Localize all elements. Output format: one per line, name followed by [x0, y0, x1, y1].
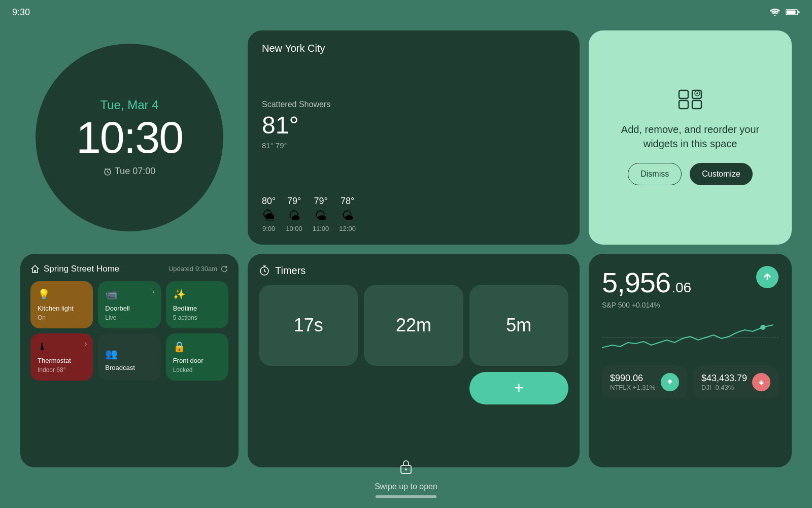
svg-rect-3 [798, 11, 800, 13]
timers-card: Timers 17s 22m 5m + [248, 254, 580, 468]
stock-ntflx-badge [661, 373, 679, 391]
forecast-temp-2: 79° [287, 196, 301, 207]
smarthome-card: Spring Street Home Updated 9:30am 💡 Kitc… [20, 254, 239, 468]
stock-item-ntflx[interactable]: $990.06 NTFLX +1.31% [602, 366, 687, 398]
forecast-item-4: 78° 🌤 12:00 [339, 196, 356, 232]
timer-add-button[interactable]: + [469, 372, 568, 404]
forecast-icon-2: 🌤 [288, 209, 300, 223]
frontdoor-sub: Locked [173, 366, 221, 374]
weather-range: 81° 79° [262, 141, 565, 150]
timer-3[interactable]: 5m [469, 285, 568, 366]
thermostat-sub: Indoor 68° [38, 366, 86, 374]
tile-thermostat[interactable]: › 🌡 Thermostat Indoor 68° [30, 333, 93, 381]
broadcast-title: Broadcast [105, 364, 153, 371]
forecast-icon-3: 🌤 [315, 209, 327, 223]
promo-buttons: Dismiss Customize [628, 163, 753, 185]
stock-dji-name: DJI -0.43% [701, 384, 747, 391]
arrow-up-icon [762, 272, 772, 282]
smarthome-title: Spring Street Home [30, 264, 119, 274]
swipe-bar [376, 495, 436, 498]
bedtime-title: Bedtime [173, 304, 221, 312]
timers-grid: 17s 22m 5m + [259, 285, 568, 404]
frontdoor-title: Front door [173, 357, 221, 364]
lock-icon [399, 458, 413, 478]
tile-frontdoor[interactable]: 🔒 Front door Locked [166, 333, 228, 381]
svg-rect-7 [679, 100, 688, 109]
stock-ntflx-info: $990.06 NTFLX +1.31% [610, 373, 655, 391]
svg-point-13 [760, 325, 765, 330]
timer-1[interactable]: 17s [259, 285, 358, 366]
weather-main: Scattered Showers 81° 81° 79° [262, 100, 565, 150]
weather-forecast: 80° 🌦 9:00 79° 🌤 10:00 79° 🌤 11:00 78° 🌤… [262, 196, 565, 232]
forecast-time-3: 11:00 [313, 225, 329, 232]
doorbell-sub: Live [105, 314, 153, 321]
bedtime-icon: ✨ [173, 288, 221, 300]
home-icon [30, 264, 40, 274]
timers-header: Timers [259, 265, 568, 277]
clock-date: Tue, Mar 4 [100, 98, 158, 112]
customize-button[interactable]: Customize [690, 163, 753, 185]
forecast-item-1: 80° 🌦 9:00 [262, 196, 276, 232]
stocks-row: $990.06 NTFLX +1.31% $43,433.79 DJI -0.4… [602, 366, 779, 398]
forecast-time-4: 12:00 [339, 225, 356, 232]
forecast-temp-1: 80° [262, 196, 276, 207]
tile-bedtime[interactable]: ✨ Bedtime 5 actions [166, 281, 228, 328]
dismiss-button[interactable]: Dismiss [628, 163, 682, 185]
main-grid: Tue, Mar 4 10:30 Tue 07:00 New York City… [20, 30, 792, 467]
tile-kitchen-light[interactable]: 💡 Kitchen light On [30, 281, 93, 328]
clock-time: 10:30 [76, 115, 183, 160]
status-time: 9:30 [12, 7, 30, 18]
forecast-item-3: 79° 🌤 11:00 [313, 196, 329, 232]
dji-down-icon [757, 378, 765, 386]
timers-title: Timers [275, 265, 306, 277]
bottom-bar: Swipe up to open [0, 458, 812, 498]
timer-2[interactable]: 22m [364, 285, 463, 366]
kitchen-light-icon: 💡 [38, 288, 86, 300]
tile-broadcast[interactable]: 👥 Broadcast [98, 333, 160, 381]
stocks-price-section: 5,956 .06 S&P 500 +0.014% [602, 266, 691, 309]
stock-ntflx-price: $990.06 [610, 373, 655, 384]
stock-item-dji[interactable]: $43,433.79 DJI -0.43% [693, 366, 779, 398]
stocks-price: 5,956 .06 [602, 266, 691, 299]
svg-point-15 [405, 468, 407, 470]
thermostat-title: Thermostat [38, 357, 86, 364]
promo-text: Add, remove, and reorder your widgets in… [607, 122, 773, 151]
stocks-label: S&P 500 +0.014% [602, 301, 691, 309]
timer-icon [259, 265, 270, 276]
smarthome-updated: Updated 9:30am [168, 265, 228, 273]
kitchen-light-sub: On [38, 314, 86, 321]
tile-doorbell[interactable]: › 📹 Doorbell Live [98, 281, 160, 328]
weather-condition: Scattered Showers [262, 100, 565, 109]
forecast-temp-3: 79° [314, 196, 327, 207]
doorbell-icon: 📹 [105, 288, 153, 300]
doorbell-title: Doorbell [105, 304, 153, 312]
chart-dashed-line [602, 337, 779, 338]
ntflx-up-icon [666, 378, 674, 386]
svg-point-0 [774, 15, 776, 17]
broadcast-icon: 👥 [105, 348, 153, 360]
stocks-price-big: 5,956 [602, 266, 670, 299]
forecast-time-2: 10:00 [286, 225, 302, 232]
stocks-price-dec: .06 [671, 280, 691, 296]
smarthome-header: Spring Street Home Updated 9:30am [30, 264, 228, 274]
clock-alarm: Tue 07:00 [104, 166, 155, 177]
promo-card: Add, remove, and reorder your widgets in… [589, 30, 792, 245]
stock-dji-info: $43,433.79 DJI -0.43% [701, 373, 747, 391]
battery-icon [786, 9, 800, 16]
weather-city: New York City [262, 43, 565, 54]
bedtime-sub: 5 actions [173, 314, 221, 321]
forecast-icon-1: 🌦 [263, 209, 275, 223]
svg-rect-8 [692, 100, 701, 109]
wifi-icon [769, 8, 781, 16]
thermostat-chevron-icon: › [85, 340, 87, 348]
swipe-text: Swipe up to open [375, 482, 437, 491]
stocks-up-button[interactable] [756, 266, 779, 288]
thermostat-icon: 🌡 [38, 341, 86, 353]
frontdoor-icon: 🔒 [173, 341, 221, 353]
widgets-icon [678, 89, 702, 114]
clock-alarm-time: Tue 07:00 [115, 166, 155, 177]
stock-ntflx-name: NTFLX +1.31% [610, 384, 655, 391]
weather-card: New York City Scattered Showers 81° 81° … [248, 30, 580, 245]
stock-dji-badge [752, 373, 770, 391]
forecast-icon-4: 🌤 [342, 209, 354, 223]
